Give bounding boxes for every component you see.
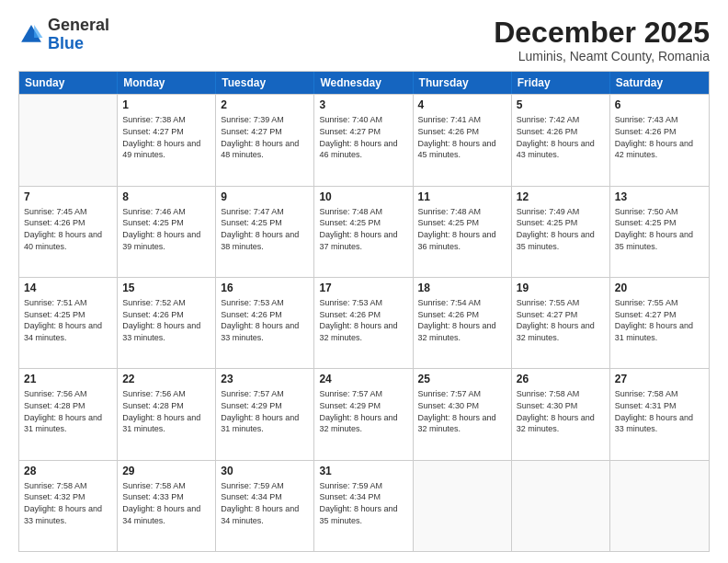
page: General Blue December 2025 Luminis, Neam… [0,0,728,563]
day-number: 19 [517,281,605,295]
day-number: 2 [221,98,309,112]
cal-cell: 13Sunrise: 7:50 AMSunset: 4:25 PMDayligh… [610,187,709,277]
day-number: 9 [221,190,309,204]
cal-cell: 18Sunrise: 7:54 AMSunset: 4:26 PMDayligh… [414,278,512,368]
logo-icon [18,22,44,48]
subtitle: Luminis, Neamt County, Romania [494,49,710,63]
week-row-2: 7Sunrise: 7:45 AMSunset: 4:26 PMDaylight… [19,186,709,277]
week-row-4: 21Sunrise: 7:56 AMSunset: 4:28 PMDayligh… [19,368,709,459]
cal-cell: 2Sunrise: 7:39 AMSunset: 4:27 PMDaylight… [216,95,314,185]
day-number: 23 [221,372,309,386]
month-title: December 2025 [494,17,710,49]
day-info: Sunrise: 7:55 AMSunset: 4:27 PMDaylight:… [615,297,704,343]
day-info: Sunrise: 7:57 AMSunset: 4:29 PMDaylight:… [221,388,309,434]
header-day-wednesday: Wednesday [314,72,413,94]
day-info: Sunrise: 7:58 AMSunset: 4:32 PMDaylight:… [24,480,112,526]
cal-cell: 23Sunrise: 7:57 AMSunset: 4:29 PMDayligh… [216,369,314,459]
cal-cell: 21Sunrise: 7:56 AMSunset: 4:28 PMDayligh… [19,369,118,459]
header-day-saturday: Saturday [610,72,709,94]
day-info: Sunrise: 7:51 AMSunset: 4:25 PMDaylight:… [24,297,112,343]
logo: General Blue [18,17,109,53]
header-day-monday: Monday [118,72,216,94]
cal-cell: 1Sunrise: 7:38 AMSunset: 4:27 PMDaylight… [118,95,216,185]
day-info: Sunrise: 7:48 AMSunset: 4:25 PMDaylight:… [319,206,407,252]
header-day-tuesday: Tuesday [216,72,314,94]
day-number: 12 [517,190,605,204]
logo-general-text: General [48,16,109,34]
day-info: Sunrise: 7:41 AMSunset: 4:26 PMDaylight:… [418,114,506,160]
day-number: 14 [24,281,112,295]
day-number: 27 [615,372,704,386]
day-info: Sunrise: 7:53 AMSunset: 4:26 PMDaylight:… [319,297,407,343]
day-number: 21 [24,372,112,386]
day-info: Sunrise: 7:58 AMSunset: 4:31 PMDaylight:… [615,388,704,434]
cal-cell: 12Sunrise: 7:49 AMSunset: 4:25 PMDayligh… [512,187,610,277]
cal-cell: 7Sunrise: 7:45 AMSunset: 4:26 PMDaylight… [19,187,118,277]
day-number: 17 [319,281,407,295]
day-number: 30 [221,464,309,478]
cal-cell: 14Sunrise: 7:51 AMSunset: 4:25 PMDayligh… [19,278,118,368]
cal-cell: 4Sunrise: 7:41 AMSunset: 4:26 PMDaylight… [414,95,512,185]
calendar-body: 1Sunrise: 7:38 AMSunset: 4:27 PMDaylight… [19,94,709,551]
cal-cell [512,461,610,551]
day-info: Sunrise: 7:58 AMSunset: 4:33 PMDaylight:… [122,480,210,526]
cal-cell: 25Sunrise: 7:57 AMSunset: 4:30 PMDayligh… [414,369,512,459]
day-number: 11 [418,190,506,204]
day-number: 18 [418,281,506,295]
cal-cell: 26Sunrise: 7:58 AMSunset: 4:30 PMDayligh… [512,369,610,459]
week-row-5: 28Sunrise: 7:58 AMSunset: 4:32 PMDayligh… [19,460,709,551]
day-info: Sunrise: 7:47 AMSunset: 4:25 PMDaylight:… [221,206,309,252]
cal-cell [414,461,512,551]
day-info: Sunrise: 7:59 AMSunset: 4:34 PMDaylight:… [221,480,309,526]
calendar-header: SundayMondayTuesdayWednesdayThursdayFrid… [19,72,709,94]
cal-cell: 29Sunrise: 7:58 AMSunset: 4:33 PMDayligh… [118,461,216,551]
svg-marker-1 [34,25,42,38]
day-info: Sunrise: 7:38 AMSunset: 4:27 PMDaylight:… [122,114,210,160]
day-number: 5 [517,98,605,112]
day-number: 25 [418,372,506,386]
cal-cell: 20Sunrise: 7:55 AMSunset: 4:27 PMDayligh… [610,278,709,368]
day-number: 8 [122,190,210,204]
day-info: Sunrise: 7:57 AMSunset: 4:30 PMDaylight:… [418,388,506,434]
cal-cell: 22Sunrise: 7:56 AMSunset: 4:28 PMDayligh… [118,369,216,459]
header-day-thursday: Thursday [414,72,512,94]
day-info: Sunrise: 7:58 AMSunset: 4:30 PMDaylight:… [517,388,605,434]
day-info: Sunrise: 7:39 AMSunset: 4:27 PMDaylight:… [221,114,309,160]
cal-cell: 31Sunrise: 7:59 AMSunset: 4:34 PMDayligh… [314,461,413,551]
logo-blue-text: Blue [48,34,84,52]
day-number: 4 [418,98,506,112]
week-row-3: 14Sunrise: 7:51 AMSunset: 4:25 PMDayligh… [19,277,709,368]
logo-text: General Blue [48,17,109,53]
day-number: 28 [24,464,112,478]
cal-cell: 11Sunrise: 7:48 AMSunset: 4:25 PMDayligh… [414,187,512,277]
cal-cell: 27Sunrise: 7:58 AMSunset: 4:31 PMDayligh… [610,369,709,459]
cal-cell [610,461,709,551]
day-info: Sunrise: 7:56 AMSunset: 4:28 PMDaylight:… [24,388,112,434]
cal-cell: 8Sunrise: 7:46 AMSunset: 4:25 PMDaylight… [118,187,216,277]
day-number: 10 [319,190,407,204]
cal-cell: 3Sunrise: 7:40 AMSunset: 4:27 PMDaylight… [314,95,413,185]
day-number: 22 [122,372,210,386]
day-number: 7 [24,190,112,204]
day-info: Sunrise: 7:57 AMSunset: 4:29 PMDaylight:… [319,388,407,434]
day-info: Sunrise: 7:55 AMSunset: 4:27 PMDaylight:… [517,297,605,343]
day-info: Sunrise: 7:45 AMSunset: 4:26 PMDaylight:… [24,206,112,252]
header: General Blue December 2025 Luminis, Neam… [18,17,710,63]
day-number: 29 [122,464,210,478]
day-number: 6 [615,98,704,112]
day-info: Sunrise: 7:48 AMSunset: 4:25 PMDaylight:… [418,206,506,252]
cal-cell: 24Sunrise: 7:57 AMSunset: 4:29 PMDayligh… [314,369,413,459]
day-info: Sunrise: 7:40 AMSunset: 4:27 PMDaylight:… [319,114,407,160]
cal-cell: 17Sunrise: 7:53 AMSunset: 4:26 PMDayligh… [314,278,413,368]
cal-cell [19,95,118,185]
week-row-1: 1Sunrise: 7:38 AMSunset: 4:27 PMDaylight… [19,94,709,185]
day-info: Sunrise: 7:54 AMSunset: 4:26 PMDaylight:… [418,297,506,343]
day-number: 16 [221,281,309,295]
cal-cell: 10Sunrise: 7:48 AMSunset: 4:25 PMDayligh… [314,187,413,277]
day-number: 13 [615,190,704,204]
cal-cell: 16Sunrise: 7:53 AMSunset: 4:26 PMDayligh… [216,278,314,368]
day-info: Sunrise: 7:49 AMSunset: 4:25 PMDaylight:… [517,206,605,252]
day-info: Sunrise: 7:53 AMSunset: 4:26 PMDaylight:… [221,297,309,343]
day-number: 24 [319,372,407,386]
day-number: 31 [319,464,407,478]
